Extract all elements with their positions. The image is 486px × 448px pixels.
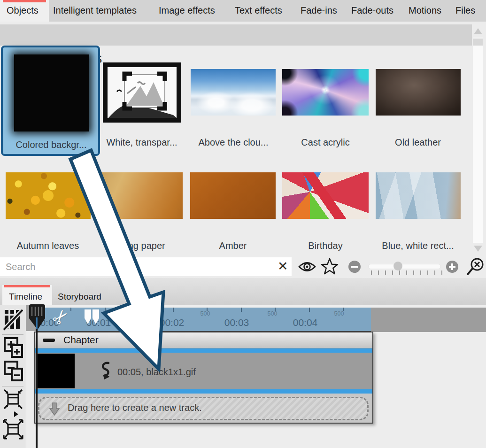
scrollbar-track[interactable] <box>473 38 483 243</box>
zoom-in-button[interactable] <box>446 261 458 273</box>
tab-fade-ins[interactable]: Fade-ins <box>301 5 337 16</box>
tab-image-effects[interactable]: Image effects <box>159 5 215 16</box>
ruler-tick <box>173 308 174 312</box>
playhead-handle[interactable] <box>26 302 48 332</box>
ruler-time-label: 00:03 <box>220 317 253 328</box>
ruler-half-tick <box>70 308 71 311</box>
slider-tick <box>427 270 428 275</box>
thumbnail-size-slider-thumb[interactable] <box>393 262 402 270</box>
slider-tick <box>406 270 407 275</box>
active-tab-indicator <box>4 285 50 287</box>
ruler-tick <box>241 308 242 312</box>
down-arrow-icon <box>49 402 60 416</box>
gallery-thumb-autumn-leaves[interactable] <box>6 172 91 219</box>
slider-tick <box>392 270 393 275</box>
gallery-thumb-baking-paper[interactable] <box>98 172 183 219</box>
slider-tick <box>420 270 421 275</box>
slider-tick <box>371 270 372 275</box>
search-input[interactable] <box>0 257 292 276</box>
tab-timeline-label: Timeline <box>9 292 42 302</box>
gallery-item-colored-background[interactable]: Colored backgr... <box>1 46 100 156</box>
gallery-item-label: Cast acrylic <box>301 137 349 148</box>
tab-text-effects[interactable]: Text effects <box>235 5 282 16</box>
toolbar-separator <box>2 334 23 335</box>
gallery-item-label: Old leather <box>395 137 441 148</box>
slider-tick <box>434 270 435 275</box>
ruler-half-label: 500 <box>129 310 148 317</box>
ruler-tick <box>105 308 106 312</box>
tab-intelligent-templates[interactable]: Intelligent templates <box>53 5 137 16</box>
tab-storyboard[interactable]: Storyboard <box>58 292 101 302</box>
gallery-item-label: Colored backgr... <box>15 139 86 150</box>
chapter-header[interactable]: Chapter <box>35 332 372 348</box>
playhead-line <box>36 328 38 448</box>
gallery-thumb-white-transparent[interactable] <box>103 62 181 123</box>
ruler-time-label: 00:04 <box>289 317 322 328</box>
gallery-item-label: White, transpar... <box>106 137 177 148</box>
slider-tick <box>378 270 379 275</box>
scrollbar-up-arrow[interactable] <box>474 28 482 34</box>
track-highlight-bottom <box>35 389 372 394</box>
app-window: Objects Intelligent templates Image effe… <box>0 0 486 448</box>
ruler-tick <box>309 308 310 312</box>
track-highlight-top <box>35 348 372 353</box>
tab-motions[interactable]: Motions <box>409 5 441 16</box>
new-track-dropzone[interactable]: Drag here to create a new track. <box>38 397 369 420</box>
manual-input-curve-icon <box>98 361 117 383</box>
collapse-chapter-icon[interactable] <box>43 339 55 342</box>
gallery-item-label: Amber <box>219 240 247 251</box>
gallery-item-label: Birthday <box>308 240 342 251</box>
tab-fade-outs[interactable]: Fade-outs <box>351 5 393 16</box>
gallery-thumb-above-the-clouds[interactable] <box>191 69 276 116</box>
slider-tick <box>399 270 400 275</box>
ruler-half-label: 500 <box>263 310 282 317</box>
increase-track-height-icon[interactable] <box>4 337 23 359</box>
scrollbar-down-arrow[interactable] <box>474 246 482 252</box>
decrease-track-height-icon[interactable] <box>4 361 23 382</box>
dropzone-hint: Drag here to create a new track. <box>68 402 202 413</box>
toolbar-separator <box>2 386 23 386</box>
ruler-overflow-area <box>371 308 486 332</box>
colored-background-thumbnail <box>14 54 89 131</box>
chapter-track-container[interactable]: Chapter 00:05, black1x1.gif Drag here to… <box>34 332 373 424</box>
gallery-item-label: king paper <box>121 240 165 251</box>
ruler-half-label: 500 <box>196 310 215 317</box>
gallery-thumb-birthday[interactable] <box>282 172 369 219</box>
scrollbar-thumb[interactable] <box>473 39 483 46</box>
ruler-half-label: 500 <box>330 310 348 317</box>
eye-icon[interactable] <box>298 260 316 274</box>
view-tab-bar: Timeline Storyboard <box>0 278 486 305</box>
tab-files[interactable]: Files <box>455 5 475 16</box>
chapter-title: Chapter <box>63 334 99 346</box>
gallery-thumb-blue-white-rect[interactable] <box>376 172 461 219</box>
favorites-star-icon[interactable] <box>321 258 339 276</box>
slider-tick <box>385 270 386 275</box>
zoom-out-button[interactable] <box>348 261 361 273</box>
gallery-item-label: Blue, white rect... <box>382 240 454 251</box>
active-tab-indicator <box>3 0 46 2</box>
slider-tick <box>413 270 414 275</box>
clear-search-icon[interactable]: ✕ <box>278 259 288 274</box>
clip-label: 00:05, black1x1.gif <box>117 367 196 378</box>
gallery-thumb-cast-acrylic[interactable] <box>282 69 369 116</box>
gallery-item-label: Autumn leaves <box>17 240 79 251</box>
flyout-arrow-icon[interactable] <box>14 411 18 417</box>
gallery-thumb-old-leather[interactable] <box>376 69 461 116</box>
gallery-item-label: Above the clou... <box>199 137 269 148</box>
backgrounds-section-header[interactable]: Backgrounds <box>0 24 472 46</box>
toggle-track-display-icon[interactable] <box>3 309 23 331</box>
top-tab-bar: Objects Intelligent templates Image effe… <box>0 0 486 22</box>
slider-tick <box>441 270 442 275</box>
ruler-time-label: 00:02 <box>155 317 188 328</box>
timeline-toolbar <box>0 305 26 448</box>
tab-objects-label: Objects <box>7 5 39 16</box>
reset-zoom-magnifier-icon[interactable] <box>466 257 486 277</box>
expand-view-icon[interactable] <box>2 418 24 440</box>
tab-objects[interactable]: Objects <box>0 0 49 22</box>
track-row[interactable]: 00:05, black1x1.gif <box>35 353 372 389</box>
clip-thumbnail[interactable] <box>37 354 75 388</box>
thumbnail-size-slider-track[interactable] <box>368 264 441 269</box>
gallery-thumb-amber[interactable] <box>190 172 276 219</box>
shrink-view-icon[interactable] <box>3 389 23 409</box>
